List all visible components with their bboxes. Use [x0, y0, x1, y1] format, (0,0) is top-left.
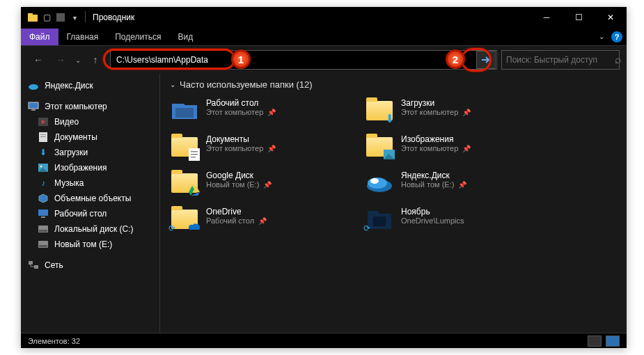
window-title: Проводник	[93, 13, 134, 22]
titlebar: ▢ ▾ Проводник ─ ☐ ✕	[21, 7, 627, 28]
pin-icon: 📌	[462, 109, 471, 116]
svg-rect-29	[191, 157, 196, 158]
folder-item[interactable]: ⟳OneDriveРабочий стол 📌	[170, 207, 351, 232]
folder-name: Изображения	[401, 134, 471, 144]
minimize-button[interactable]: ─	[531, 7, 563, 28]
annotation-badge-2: 2	[446, 49, 465, 69]
pin-icon: 📌	[258, 217, 267, 225]
svg-point-3	[29, 84, 38, 90]
tab-home[interactable]: Главная	[58, 29, 107, 45]
sidebar-item-diske[interactable]: Новый том (E:)	[21, 237, 159, 252]
folder-icon: ⬇	[365, 98, 394, 123]
svg-rect-22	[34, 265, 38, 269]
search-input[interactable]	[506, 55, 611, 65]
folder-location: Этот компьютер 📌	[401, 108, 471, 116]
search-icon: ⌕	[615, 54, 622, 66]
section-header[interactable]: ⌄ Часто используемые папки (12)	[170, 79, 617, 90]
folder-name: OneDrive	[206, 207, 267, 216]
svg-rect-2	[56, 13, 65, 22]
view-icons-button[interactable]	[606, 336, 620, 347]
video-icon	[38, 116, 49, 127]
sidebar-item-music[interactable]: ♪Музыка	[21, 175, 159, 191]
sidebar-item-network[interactable]: Сеть	[21, 258, 159, 273]
svg-rect-25	[175, 108, 194, 118]
folder-location: Новый том (E:) 📌	[401, 180, 466, 189]
chevron-down-icon: ⌄	[170, 81, 175, 88]
sidebar-item-desktop[interactable]: Рабочий стол	[21, 206, 159, 221]
folder-icon	[365, 171, 394, 196]
ribbon-tabs: Файл Главная Поделиться Вид ⌄ ?	[21, 28, 627, 46]
sidebar-item-yandex[interactable]: Яндекс.Диск	[21, 78, 159, 93]
annotation-ring-2	[461, 48, 492, 72]
yandex-icon	[28, 80, 39, 91]
documents-icon	[38, 132, 49, 143]
folder-item[interactable]: Google ДискНовый том (E:) 📌	[170, 171, 351, 196]
folder-item[interactable]: Яндекс.ДискНовый том (E:) 📌	[365, 171, 546, 196]
sidebar-item-documents[interactable]: Документы	[21, 129, 159, 145]
annotation-badge-1: 1	[231, 49, 251, 69]
svg-rect-16	[41, 216, 45, 218]
svg-point-37	[370, 178, 379, 184]
tab-file[interactable]: Файл	[21, 29, 58, 45]
svg-point-12	[40, 166, 42, 168]
svg-rect-4	[29, 102, 38, 109]
search-box[interactable]: ⌕	[501, 50, 620, 70]
svg-marker-14	[39, 194, 47, 203]
annotation-ring-1	[103, 49, 235, 70]
folder-name: Яндекс.Диск	[401, 171, 466, 180]
help-icon[interactable]: ?	[611, 31, 622, 42]
qat-dropdown-icon[interactable]: ▾	[68, 11, 81, 24]
folder-name: Рабочий стол	[206, 98, 276, 108]
sidebar-item-downloads[interactable]: ⬇Загрузки	[21, 145, 159, 160]
view-details-button[interactable]	[588, 336, 602, 347]
svg-rect-21	[29, 261, 33, 265]
close-button[interactable]: ✕	[595, 7, 627, 28]
sidebar-item-pictures[interactable]: Изображения	[21, 160, 159, 175]
folder-name: Загрузки	[401, 98, 471, 108]
svg-rect-39	[368, 211, 379, 215]
nav-forward-button[interactable]: →	[50, 50, 71, 70]
sidebar-item-video[interactable]: Видео	[21, 114, 159, 129]
folder-icon	[170, 171, 199, 196]
tab-share[interactable]: Поделиться	[107, 29, 169, 45]
folder-name: Документы	[206, 134, 276, 144]
sidebar-item-diskc[interactable]: Локальный диск (C:)	[21, 221, 159, 237]
music-icon: ♪	[38, 178, 49, 189]
folder-icon	[365, 134, 394, 159]
sidebar: Яндекс.Диск Этот компьютер Видео Докумен…	[21, 74, 160, 333]
sync-icon: ⟳	[363, 223, 370, 233]
maximize-button[interactable]: ☐	[563, 7, 595, 28]
navbar: ← → ⌄ ↑ C:\Users\slamn\AppData ⌕ 1 2	[21, 46, 627, 74]
folder-location: Новый том (E:) 📌	[206, 180, 272, 189]
pin-icon: 📌	[267, 145, 276, 152]
thispc-icon	[28, 101, 39, 112]
ribbon-collapse-icon[interactable]: ⌄	[599, 33, 604, 40]
folder-name: Google Диск	[206, 171, 272, 180]
folder-item[interactable]: ⬇ЗагрузкиЭтот компьютер 📌	[365, 98, 546, 123]
svg-rect-5	[31, 109, 36, 111]
folder-icon	[170, 98, 199, 123]
folder-location: OneDrive\Lumpics	[401, 216, 464, 225]
tab-view[interactable]: Вид	[169, 29, 201, 45]
folder-name: Ноябрь	[401, 207, 464, 216]
folder-item[interactable]: ДокументыЭтот компьютер 📌	[170, 134, 351, 159]
folder-location: Рабочий стол 📌	[206, 216, 267, 225]
cube-icon	[38, 193, 49, 204]
folder-item[interactable]: ⟳НоябрьOneDrive\Lumpics	[365, 207, 546, 232]
folder-item[interactable]: Рабочий столЭтот компьютер 📌	[170, 98, 351, 123]
svg-rect-0	[28, 15, 38, 22]
pin-icon: 📌	[263, 181, 272, 189]
qat-save-icon[interactable]: ▢	[40, 11, 53, 24]
svg-rect-9	[40, 134, 46, 135]
nav-history-dropdown[interactable]: ⌄	[72, 50, 84, 70]
nav-back-button[interactable]: ←	[28, 50, 49, 70]
qat-properties-icon[interactable]	[54, 11, 67, 24]
folder-item[interactable]: ИзображенияЭтот компьютер 📌	[365, 134, 546, 159]
folder-icon: ⟳	[365, 207, 394, 232]
pin-icon: 📌	[462, 145, 471, 152]
sidebar-item-thispc[interactable]: Этот компьютер	[21, 99, 159, 114]
sidebar-item-3d[interactable]: Объемные объекты	[21, 191, 159, 206]
svg-rect-15	[38, 210, 48, 216]
folder-icon: ⟳	[170, 207, 199, 232]
network-icon	[28, 260, 39, 271]
